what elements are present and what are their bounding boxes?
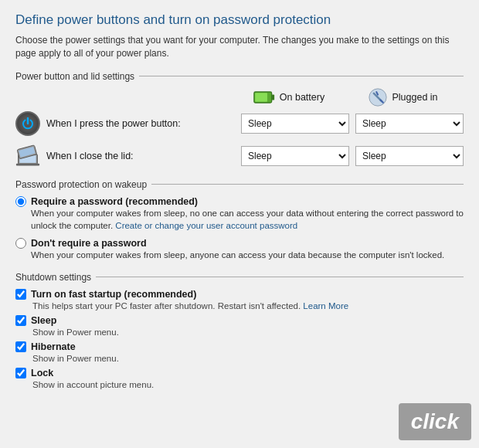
- watermark: click: [399, 403, 471, 440]
- power-button-dropdowns: Do nothing Sleep Hibernate Shut down Do …: [241, 114, 464, 134]
- battery-icon: [253, 90, 275, 105]
- hibernate-checkbox[interactable]: [15, 341, 26, 352]
- no-password-option: Don't require a password When your compu…: [15, 238, 464, 261]
- password-section: Password protection on wakeup Require a …: [15, 179, 464, 261]
- fast-startup-text: This helps start your PC faster after sh…: [32, 300, 464, 312]
- power-button-row: When I press the power button: Do nothin…: [15, 111, 464, 136]
- lid-dropdowns: Do nothing Sleep Hibernate Shut down Do …: [241, 146, 464, 166]
- plug-icon: [369, 88, 387, 107]
- power-section-header: Power button and lid settings: [15, 71, 464, 82]
- require-password-label[interactable]: Require a password (recommended): [15, 196, 464, 207]
- hibernate-text: Show in Power menu.: [32, 352, 464, 365]
- lid-battery-select[interactable]: Do nothing Sleep Hibernate Shut down: [241, 146, 349, 166]
- lock-text: Show in account picture menu.: [32, 378, 464, 391]
- lid-plugged-select[interactable]: Do nothing Sleep Hibernate Shut down: [355, 146, 464, 166]
- sleep-checkbox[interactable]: [15, 315, 26, 326]
- no-password-radio[interactable]: [15, 238, 26, 249]
- power-button-icon: [15, 111, 40, 136]
- svg-rect-2: [255, 93, 267, 101]
- learn-more-link[interactable]: Learn More: [303, 301, 348, 311]
- no-password-label[interactable]: Don't require a password: [15, 238, 464, 249]
- svg-rect-1: [271, 94, 274, 100]
- column-headers: On battery Plugged in: [15, 88, 464, 107]
- hibernate-label[interactable]: Hibernate: [15, 341, 464, 352]
- page-description: Choose the power settings that you want …: [15, 34, 464, 60]
- lock-label[interactable]: Lock: [15, 368, 464, 378]
- no-password-text: When your computer wakes from sleep, any…: [31, 249, 464, 261]
- change-password-link[interactable]: Create or change your user account passw…: [115, 221, 297, 230]
- power-button-label: When I press the power button:: [15, 111, 241, 136]
- hibernate-row: Hibernate Show in Power menu.: [15, 341, 464, 365]
- fast-startup-label[interactable]: Turn on fast startup (recommended): [15, 289, 464, 300]
- lid-icon: [15, 144, 40, 168]
- shutdown-section: Shutdown settings Turn on fast startup (…: [15, 272, 464, 391]
- page-title: Define power buttons and turn on passwor…: [15, 12, 464, 28]
- battery-column-header: On battery: [232, 90, 346, 105]
- sleep-text: Show in Power menu.: [32, 326, 464, 338]
- lid-row: When I close the lid: Do nothing Sleep H…: [15, 144, 464, 168]
- power-button-plugged-select[interactable]: Do nothing Sleep Hibernate Shut down: [355, 114, 464, 134]
- require-password-text: When your computer wakes from sleep, no …: [31, 207, 464, 232]
- fast-startup-row: Turn on fast startup (recommended) This …: [15, 289, 464, 312]
- require-password-radio[interactable]: [15, 196, 26, 207]
- password-section-header: Password protection on wakeup: [15, 179, 464, 190]
- fast-startup-checkbox[interactable]: [15, 289, 26, 300]
- sleep-label[interactable]: Sleep: [15, 315, 464, 326]
- lock-row: Lock Show in account picture menu.: [15, 368, 464, 391]
- power-button-battery-select[interactable]: Do nothing Sleep Hibernate Shut down: [241, 114, 349, 134]
- lid-label: When I close the lid:: [15, 144, 241, 168]
- require-password-option: Require a password (recommended) When yo…: [15, 196, 464, 232]
- pluggedin-column-header: Plugged in: [346, 88, 460, 107]
- svg-rect-9: [16, 163, 39, 165]
- shutdown-section-header: Shutdown settings: [15, 272, 464, 283]
- sleep-row: Sleep Show in Power menu.: [15, 315, 464, 338]
- lock-checkbox[interactable]: [15, 368, 26, 378]
